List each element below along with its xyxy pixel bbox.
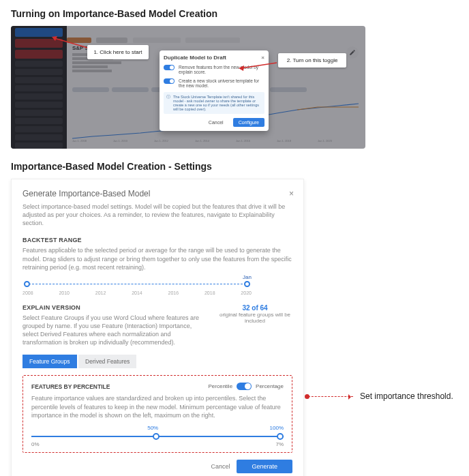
section-1-title: Turning on Importance-Based Model Creati… bbox=[11, 8, 458, 19]
screenshot-1: S&P 500 Jan 1, 2008Jan 1, 2010 Jan 1, 20… bbox=[11, 26, 365, 149]
info-icon: ⓘ bbox=[166, 95, 170, 111]
toggle-new-universe[interactable] bbox=[164, 78, 175, 84]
generate-dialog-title: Generate Importance-Based Model bbox=[22, 189, 292, 198]
toggle-remove-features[interactable] bbox=[164, 65, 175, 70]
close-icon[interactable]: × bbox=[289, 189, 294, 198]
percentile-percentage-toggle[interactable] bbox=[237, 383, 252, 390]
dialog-info: ⓘ The Stock Universe Template isn't shar… bbox=[164, 92, 264, 114]
external-annotation: Set importance threshold. bbox=[308, 391, 465, 401]
toggle-left-label: Percentile bbox=[209, 383, 233, 389]
close-icon[interactable]: × bbox=[261, 55, 264, 61]
generate-button[interactable]: Generate bbox=[237, 460, 292, 473]
tab-derived-features[interactable]: Derived Features bbox=[78, 355, 136, 368]
explain-version-body: Select Feature Groups if you use Word Cl… bbox=[22, 314, 209, 347]
svg-line-9 bbox=[241, 63, 277, 68]
generate-dialog-desc: Select importance-based model settings. … bbox=[22, 203, 292, 227]
dialog-title: Duplicate Model to Draft bbox=[164, 55, 226, 61]
callout-2: 2. Turn on this toggle bbox=[278, 53, 346, 68]
backtest-range-slider[interactable]: Jan 2008 2010 2012 2014 2016 2018 2020 bbox=[22, 278, 292, 296]
feature-count: 32 of 64 original feature groups will be… bbox=[217, 304, 292, 324]
explain-version-head: EXPLAIN VERSION bbox=[22, 304, 209, 311]
backtest-range-body: Features applicable to the selected peri… bbox=[22, 246, 292, 271]
configure-button[interactable]: Configure bbox=[233, 118, 264, 127]
fbp-body: Feature importance values are standardiz… bbox=[31, 394, 284, 419]
features-by-percentile-box: FEATURES BY PERCENTILE Percentile Percen… bbox=[22, 375, 292, 452]
fbp-head: FEATURES BY PERCENTILE bbox=[31, 383, 110, 390]
callout-1: 1. Click here to start bbox=[87, 45, 149, 59]
percentile-slider[interactable]: 50% 100% 0% 7% bbox=[31, 429, 284, 445]
tab-feature-groups[interactable]: Feature Groups bbox=[22, 355, 77, 368]
backtest-range-head: BACKTEST RANGE bbox=[22, 237, 292, 243]
toggle-new-universe-label: Create a new stock universe template for… bbox=[179, 78, 264, 88]
section-2-title: Importance-Based Model Creation - Settin… bbox=[11, 161, 458, 172]
svg-marker-10 bbox=[239, 65, 244, 71]
toggle-right-label: Percentage bbox=[256, 383, 284, 389]
cancel-button[interactable]: Cancel bbox=[211, 463, 230, 470]
cancel-button[interactable]: Cancel bbox=[203, 118, 229, 127]
generate-dialog: Generate Importance-Based Model × Select… bbox=[11, 179, 304, 476]
range-end-label: Jan bbox=[243, 274, 252, 280]
